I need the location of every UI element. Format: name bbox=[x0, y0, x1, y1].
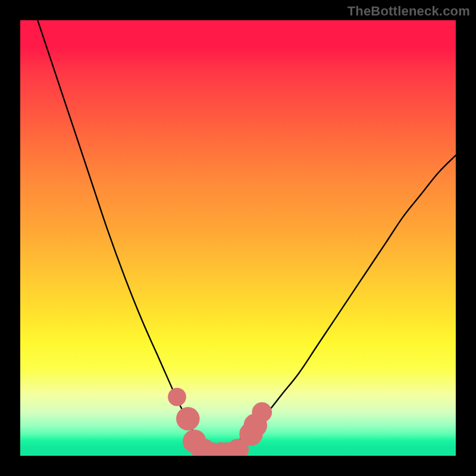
data-marker bbox=[168, 388, 186, 406]
data-marker bbox=[252, 402, 272, 422]
watermark-text: TheBottleneck.com bbox=[347, 4, 470, 19]
data-marker bbox=[176, 407, 200, 431]
plot-area bbox=[20, 20, 456, 456]
curve-left-curve bbox=[37, 20, 212, 456]
chart-frame: TheBottleneck.com bbox=[0, 0, 476, 476]
curve-right-curve bbox=[212, 155, 456, 456]
curve-overlay bbox=[20, 20, 456, 456]
